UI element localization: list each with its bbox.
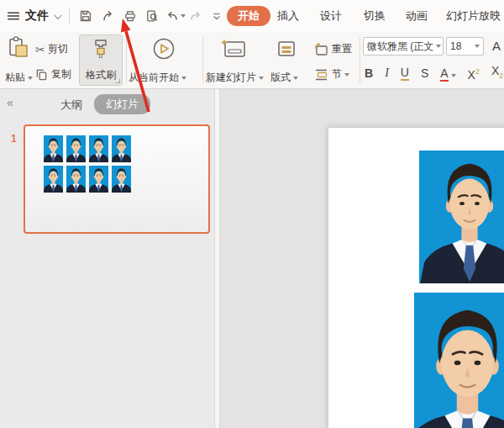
toolbar-divider — [69, 8, 70, 24]
superscript-button[interactable]: X2 — [468, 65, 480, 82]
layout-button[interactable]: 版式 — [270, 71, 298, 85]
scissors-icon: ✂ — [35, 43, 45, 56]
id-photo-large-1[interactable] — [419, 151, 504, 283]
increase-font-button[interactable]: A — [492, 39, 501, 53]
export-icon[interactable] — [98, 6, 118, 26]
ribbon-divider — [126, 37, 127, 83]
tab-outline[interactable]: 大纲 — [60, 98, 82, 113]
copy-button[interactable]: 复制 — [35, 67, 71, 82]
font-name-select[interactable]: 微软雅黑 (正文 — [363, 37, 444, 55]
id-photo-large-2[interactable] — [414, 293, 504, 428]
font-size-select[interactable]: 18 — [446, 37, 484, 55]
section-icon — [314, 68, 328, 82]
ribbon-divider — [202, 37, 203, 83]
paste-clipboard-icon[interactable] — [8, 36, 29, 61]
workspace: « 大纲 幻灯片 1 — [0, 89, 504, 428]
layout-icon[interactable] — [276, 39, 297, 61]
paste-button[interactable]: 粘贴 — [5, 71, 33, 85]
id-photo-mini — [44, 135, 63, 162]
font-color-button[interactable]: A — [440, 66, 455, 80]
play-circle-icon[interactable] — [152, 37, 176, 63]
tab-transition[interactable]: 切换 — [364, 6, 386, 26]
id-photo-mini — [112, 166, 131, 193]
from-current-button[interactable]: 从当前开始 — [129, 71, 186, 85]
wps-presentation-window: 文件 开始 插入 设计 切换 动画 幻灯片放映 — [0, 0, 504, 428]
italic-button[interactable]: I — [385, 66, 389, 80]
panel-splitter[interactable] — [214, 89, 220, 428]
copy-icon — [35, 68, 48, 81]
tab-slides[interactable]: 幻灯片 — [94, 94, 150, 114]
collapse-panel-button[interactable]: « — [7, 96, 13, 109]
bold-button[interactable]: B — [365, 66, 373, 80]
save-icon[interactable] — [76, 6, 96, 26]
thumbnail-photo-grid — [44, 135, 131, 193]
tab-design[interactable]: 设计 — [320, 6, 342, 26]
tab-insert[interactable]: 插入 — [277, 6, 299, 26]
slide-thumbnail-selected[interactable] — [24, 124, 210, 234]
reset-icon — [314, 43, 328, 56]
print-preview-icon[interactable] — [142, 6, 162, 26]
id-photo-mini — [66, 135, 86, 162]
slide-number: 1 — [11, 133, 17, 145]
format-painter-brush-icon — [92, 39, 110, 59]
file-chevron-down-icon[interactable] — [54, 0, 60, 32]
title-bar: 文件 开始 插入 设计 切换 动画 幻灯片放映 — [0, 0, 504, 32]
new-slide-icon[interactable] — [220, 38, 247, 62]
ribbon-divider — [360, 37, 360, 83]
id-photo-mini — [112, 135, 131, 162]
more-chevron-icon[interactable] — [207, 6, 227, 26]
new-slide-button[interactable]: 新建幻灯片 — [206, 71, 264, 85]
file-menu[interactable]: 文件 — [25, 0, 49, 32]
id-photo-mini — [44, 166, 63, 193]
hamburger-menu-icon[interactable] — [7, 0, 20, 32]
id-photo-mini — [89, 135, 108, 162]
tab-animation[interactable]: 动画 — [406, 6, 428, 26]
print-icon[interactable] — [120, 6, 140, 26]
subscript-button[interactable]: X2 — [491, 64, 503, 82]
id-photo-mini — [89, 166, 108, 193]
id-photo-mini — [66, 166, 86, 193]
undo-dropdown-icon[interactable] — [178, 0, 186, 32]
ribbon: 粘贴 ✂ 剪切 复制 格式刷 从当前开始 新建幻灯片 — [0, 32, 504, 89]
slides-panel: « 大纲 幻灯片 1 — [0, 89, 214, 428]
redo-icon[interactable] — [186, 6, 206, 26]
format-painter-button[interactable]: 格式刷 — [79, 34, 123, 86]
format-painter-options-corner[interactable] — [116, 79, 120, 83]
underline-button[interactable]: U — [401, 66, 409, 81]
tab-home[interactable]: 开始 — [227, 6, 270, 26]
cut-button[interactable]: ✂ 剪切 — [35, 42, 68, 56]
reset-button[interactable]: 重置 — [314, 42, 352, 56]
tab-slideshow[interactable]: 幻灯片放映 — [446, 6, 501, 26]
slide-page[interactable] — [328, 128, 504, 428]
strikethrough-button[interactable]: S — [421, 66, 428, 80]
slide-canvas[interactable] — [220, 89, 504, 428]
section-button[interactable]: 节 — [314, 67, 349, 82]
